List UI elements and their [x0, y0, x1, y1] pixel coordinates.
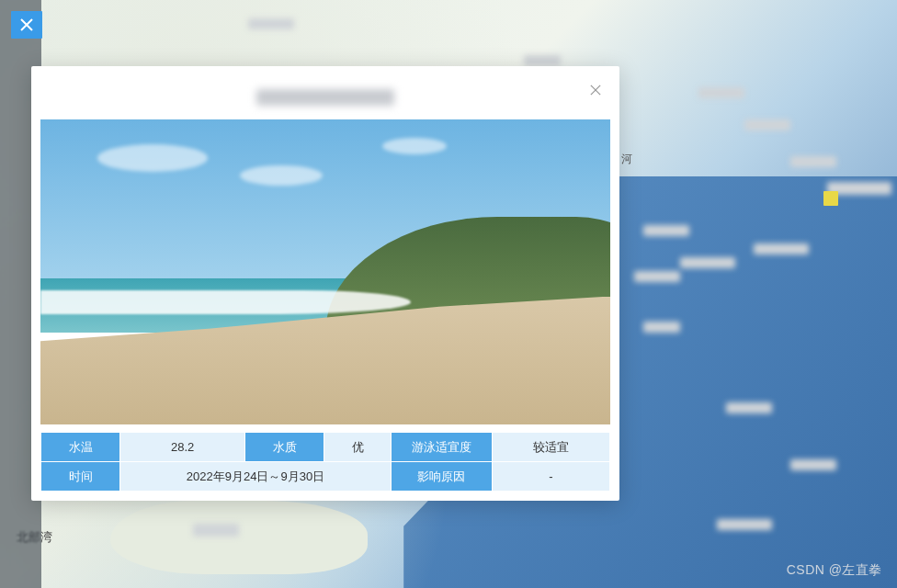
blur-poi: [643, 225, 689, 236]
panel-close-button[interactable]: [11, 11, 42, 39]
blur-poi: [754, 243, 809, 254]
value-reason: -: [492, 462, 609, 492]
close-icon: [590, 85, 601, 96]
blur-poi: [193, 524, 239, 537]
label-water-temp: 水温: [41, 433, 120, 462]
blur-poi: [726, 402, 772, 413]
map-label-river: 河: [621, 152, 632, 167]
blur-poi: [744, 119, 790, 130]
value-swim-suitability: 较适宜: [492, 433, 609, 462]
island-shape: [110, 501, 368, 574]
blur-poi: [790, 459, 836, 470]
blur-poi: [248, 18, 294, 29]
close-icon: [20, 18, 33, 31]
blur-poi: [790, 156, 836, 167]
label-time: 时间: [41, 462, 120, 492]
blur-poi: [717, 519, 772, 530]
label-water-quality: 水质: [245, 433, 324, 462]
value-water-quality: 优: [324, 433, 392, 462]
blur-poi: [634, 271, 680, 282]
blur-poi: [643, 322, 680, 333]
modal-close-button[interactable]: [586, 81, 605, 99]
map-marker-highlight[interactable]: [823, 191, 838, 206]
location-photo: [40, 119, 610, 424]
value-water-temp: 28.2: [120, 433, 245, 462]
modal-header: [40, 75, 610, 119]
blur-poi: [680, 257, 735, 268]
info-table: 水温 28.2 水质 优 游泳适宜度 较适宜 时间 2022年9月24日～9月3…: [40, 432, 610, 492]
value-time: 2022年9月24日～9月30日: [120, 462, 392, 492]
blur-poi: [524, 55, 561, 66]
modal-title-blurred: [256, 89, 394, 106]
table-row: 时间 2022年9月24日～9月30日 影响原因 -: [41, 462, 610, 492]
watermark: CSDN @左直拳: [787, 562, 882, 579]
label-reason: 影响原因: [391, 462, 492, 492]
blur-poi: [698, 87, 744, 98]
table-row: 水温 28.2 水质 优 游泳适宜度 较适宜: [41, 433, 610, 462]
label-swim-suitability: 游泳适宜度: [391, 433, 492, 462]
info-modal: 水温 28.2 水质 优 游泳适宜度 较适宜 时间 2022年9月24日～9月3…: [31, 66, 619, 501]
